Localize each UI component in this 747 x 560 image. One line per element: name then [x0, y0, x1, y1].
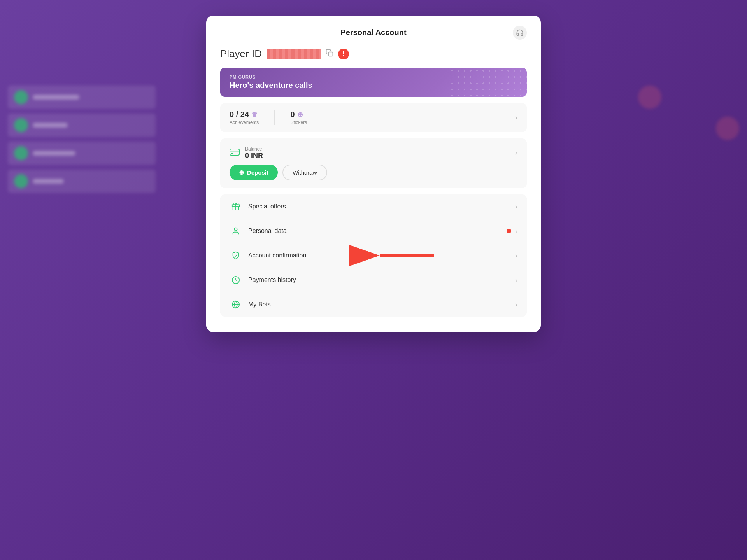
svg-point-6: [234, 228, 237, 231]
achievements-value: 0 / 24 ♛: [230, 110, 259, 119]
special-offers-chevron: ›: [515, 203, 517, 211]
modal-title: Personal Account: [340, 28, 406, 37]
menu-item-account-confirmation[interactable]: Account confirmation ›: [220, 243, 527, 268]
player-id-label: Player ID: [220, 48, 262, 60]
achievements-row[interactable]: 0 / 24 ♛ Achievements 0 ⊕ Stickers ›: [220, 103, 527, 132]
balance-header: Balance 0 INR ›: [230, 146, 517, 160]
menu-item-my-bets[interactable]: My Bets ›: [220, 292, 527, 317]
modal-close-button[interactable]: [513, 26, 527, 40]
copy-icon[interactable]: [326, 49, 333, 59]
gift-icon: [230, 202, 242, 211]
withdraw-button[interactable]: Withdraw: [282, 164, 327, 180]
menu-item-special-offers[interactable]: Special offers ›: [220, 194, 527, 219]
player-id-value: [267, 49, 321, 60]
stickers-value: 0 ⊕: [290, 110, 307, 119]
vertical-divider: [274, 110, 275, 125]
warning-icon[interactable]: !: [338, 49, 349, 60]
headset-icon: [516, 29, 524, 37]
svg-rect-3: [231, 153, 233, 154]
balance-card-icon: [230, 148, 240, 159]
balance-info: Balance 0 INR: [245, 146, 263, 160]
achievements-content: 0 / 24 ♛ Achievements 0 ⊕ Stickers: [230, 110, 515, 125]
my-bets-label: My Bets: [248, 301, 515, 308]
stickers-item: 0 ⊕ Stickers: [290, 110, 307, 125]
my-bets-chevron: ›: [515, 301, 517, 309]
payments-history-label: Payments history: [248, 276, 515, 284]
menu-item-payments-history[interactable]: Payments history ›: [220, 268, 527, 292]
personal-data-red-dot: [507, 229, 511, 233]
special-offers-label: Special offers: [248, 203, 515, 210]
plus-circle-icon: ⊕: [297, 110, 303, 119]
clock-icon: [230, 276, 242, 284]
payments-history-chevron: ›: [515, 276, 517, 284]
account-confirmation-chevron: ›: [515, 252, 517, 260]
balance-chevron: ›: [515, 149, 517, 157]
menu-section: Special offers › Personal data ›: [220, 194, 527, 317]
crown-icon: ♛: [251, 110, 258, 119]
banner-subtitle: PM GURUS: [230, 75, 517, 79]
player-id-row: Player ID !: [220, 48, 527, 60]
globe-icon: [230, 300, 242, 309]
modal-header: Personal Account: [220, 28, 527, 37]
personal-data-label: Personal data: [248, 228, 507, 234]
balance-value: 0 INR: [245, 152, 263, 160]
balance-left: Balance 0 INR: [230, 146, 263, 160]
person-icon: [230, 227, 242, 235]
balance-section: Balance 0 INR › Deposit Withdraw: [220, 138, 527, 188]
shield-check-icon: [230, 251, 242, 260]
personal-account-modal: Personal Account Player ID ! PM GUR: [206, 16, 541, 332]
balance-label: Balance: [245, 146, 263, 152]
achievements-label: Achievements: [230, 120, 259, 125]
achievements-item: 0 / 24 ♛ Achievements: [230, 110, 259, 125]
menu-item-personal-data[interactable]: Personal data ›: [220, 219, 527, 243]
personal-data-chevron: ›: [515, 227, 517, 235]
adventure-banner[interactable]: PM GURUS Hero's adventure calls: [220, 68, 527, 97]
banner-title: Hero's adventure calls: [230, 81, 517, 90]
red-arrow-annotation: [368, 244, 438, 267]
modal-backdrop: Personal Account Player ID ! PM GUR: [0, 0, 747, 560]
stickers-label: Stickers: [290, 120, 307, 125]
svg-rect-0: [328, 52, 333, 56]
achievements-chevron: ›: [515, 114, 517, 122]
deposit-button[interactable]: Deposit: [230, 164, 278, 180]
balance-actions: Deposit Withdraw: [230, 164, 517, 180]
svg-rect-2: [230, 150, 239, 152]
